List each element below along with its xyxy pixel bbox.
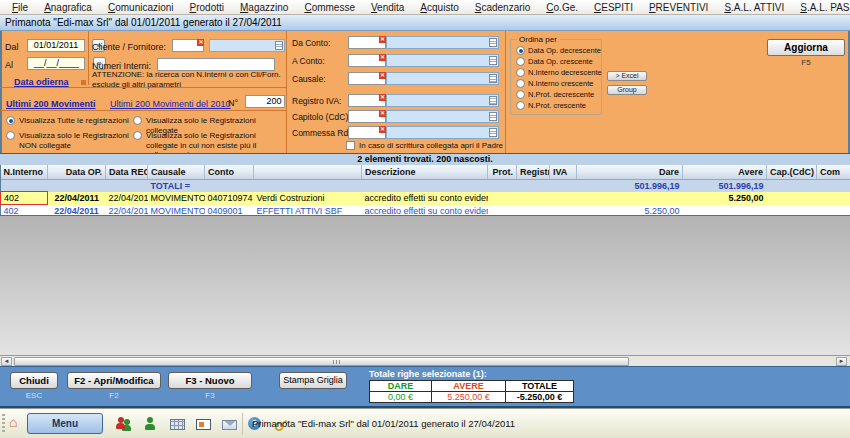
col-header-commessa[interactable]: Com: [817, 165, 850, 179]
col-header-data-op[interactable]: Data OP.: [48, 165, 106, 179]
col-header-causale[interactable]: Causale: [148, 165, 205, 179]
radio-icon[interactable]: [133, 116, 142, 125]
da-conto-input[interactable]: ✕: [348, 36, 386, 49]
aggiorna-button[interactable]: Aggiorna: [767, 39, 845, 56]
radio-icon[interactable]: [6, 116, 15, 125]
date-from-input[interactable]: 01/01/2011: [27, 39, 85, 52]
lookup-icon[interactable]: [489, 112, 497, 121]
lookup-icon[interactable]: [489, 38, 497, 47]
client-lookup-field[interactable]: [209, 39, 285, 52]
cell-cap-cdc[interactable]: [767, 192, 817, 205]
radio-icon[interactable]: [6, 131, 15, 140]
commessa-rdo-lookup[interactable]: [386, 126, 499, 139]
cell-n-interno[interactable]: 402: [1, 192, 48, 205]
radio-label[interactable]: N.Interno decrescente: [528, 68, 602, 77]
radio-icon[interactable]: [516, 68, 525, 77]
col-header-avere[interactable]: Avere: [683, 165, 767, 179]
menu-button[interactable]: Menu: [27, 413, 103, 434]
cell-causale[interactable]: MOVIMENTO G...: [148, 192, 205, 205]
clear-icon[interactable]: ✕: [379, 110, 386, 117]
today-link[interactable]: Data odierna: [14, 77, 69, 87]
open-parent-checkbox-label[interactable]: In caso di scrittura collegata apri il P…: [359, 141, 503, 150]
mail-icon[interactable]: [222, 420, 237, 430]
radio-label[interactable]: Visualizza Tutte le registrazioni: [19, 116, 129, 126]
radio-view-all[interactable]: Visualizza Tutte le registrazioni: [6, 116, 132, 126]
home-icon[interactable]: ⌂: [9, 414, 17, 430]
radio-label[interactable]: N.Prot. decrescente: [528, 90, 594, 99]
menu-item-preventivi[interactable]: PREVENTIVI: [641, 2, 716, 13]
user-icon[interactable]: [143, 416, 159, 431]
registro-iva-input[interactable]: ✕: [348, 94, 386, 107]
clear-icon[interactable]: ✕: [379, 94, 386, 101]
count-input[interactable]: 200: [245, 95, 285, 108]
date-to-input[interactable]: __/__/____: [27, 57, 85, 70]
col-header-cap-cdc[interactable]: Cap.(CdC): [767, 165, 817, 179]
commessa-rdo-input[interactable]: ✕: [348, 126, 386, 139]
radio-sort-ninterno-asc[interactable]: N.Interno crescente: [516, 79, 593, 88]
radio-icon[interactable]: [516, 90, 525, 99]
capitolo-cdc-input[interactable]: ✕: [348, 110, 386, 123]
a-conto-lookup[interactable]: [386, 54, 499, 67]
excel-button[interactable]: > Excel: [607, 71, 647, 81]
clear-icon[interactable]: ✕: [379, 36, 386, 43]
causale-input[interactable]: ✕: [348, 72, 386, 85]
cell-descrizione[interactable]: accredito effetti su conto evidenza: [362, 192, 488, 205]
menu-item-anagrafica[interactable]: Anagrafica: [36, 2, 100, 13]
radio-sort-ninterno-desc[interactable]: N.Interno decrescente: [516, 68, 602, 77]
lookup-icon[interactable]: [489, 128, 497, 137]
scrollbar-thumb[interactable]: [14, 357, 629, 366]
cell-iva[interactable]: [550, 192, 577, 205]
menu-item-file[interactable]: File: [4, 2, 36, 13]
menu-item-cespiti[interactable]: CESPITI: [586, 2, 641, 13]
col-header-conto-descrizione[interactable]: [254, 165, 362, 179]
lookup-icon[interactable]: [489, 96, 497, 105]
menu-item-vendita[interactable]: Vendita: [363, 2, 412, 13]
menu-item-prodotti[interactable]: Prodotti: [182, 2, 232, 13]
menu-item-scadenzario[interactable]: Scadenzario: [467, 2, 539, 13]
open-parent-checkbox[interactable]: [346, 141, 355, 150]
cell-conto-descrizione[interactable]: Verdi Costruzioni: [254, 192, 362, 205]
da-conto-lookup[interactable]: [386, 36, 499, 49]
col-header-conto[interactable]: Conto: [205, 165, 254, 179]
scroll-left-arrow[interactable]: ◄: [1, 357, 12, 366]
radio-icon[interactable]: [516, 101, 525, 110]
cell-prot[interactable]: [488, 192, 517, 205]
radio-sort-dataop-asc[interactable]: Data Op. crescente: [516, 57, 593, 66]
radio-view-not-linked[interactable]: Visualizza solo le Registrazioni NON col…: [6, 131, 132, 150]
menu-item-sal-passivi[interactable]: S.A.L. PASSIVI: [792, 2, 850, 13]
radio-sort-nprot-asc[interactable]: N.Prot. crescente: [516, 101, 586, 110]
horizontal-scrollbar[interactable]: ◄ ►: [0, 355, 850, 366]
col-header-registro[interactable]: Registro: [517, 165, 550, 179]
scroll-right-arrow[interactable]: ►: [836, 357, 847, 366]
capitolo-cdc-lookup[interactable]: [386, 110, 499, 123]
radio-label[interactable]: N.Prot. crescente: [528, 101, 586, 110]
registro-iva-lookup[interactable]: [386, 94, 499, 107]
lookup-icon[interactable]: [489, 56, 497, 65]
lookup-icon[interactable]: [489, 74, 497, 83]
menu-item-sal-attivi[interactable]: S.A.L. ATTIVI: [716, 2, 792, 13]
taskbar-grip[interactable]: [2, 414, 5, 434]
col-header-dare[interactable]: Dare: [577, 165, 683, 179]
cell-dare[interactable]: [577, 192, 683, 205]
chiudi-button[interactable]: Chiudi: [10, 372, 58, 389]
menu-item-comunicazioni[interactable]: Comunicazioni: [100, 2, 182, 13]
cell-data-op[interactable]: 22/04/2011: [48, 192, 106, 205]
clear-icon[interactable]: ✕: [379, 126, 386, 133]
cell-avere[interactable]: 5.250,00: [683, 192, 767, 205]
radio-icon[interactable]: [516, 57, 525, 66]
col-header-prot[interactable]: Prot.: [488, 165, 517, 179]
monitor-icon[interactable]: [196, 419, 211, 430]
cell-data-reg[interactable]: 22/04/2011: [106, 192, 148, 205]
radio-label[interactable]: Data Op. decrescente: [528, 46, 601, 55]
menu-item-magazzino[interactable]: Magazzino: [232, 2, 296, 13]
nuovo-button[interactable]: F3 - Nuovo: [168, 372, 252, 389]
clear-icon[interactable]: ✕: [379, 72, 386, 79]
stampa-griglia-button[interactable]: Stampa Griglia: [279, 372, 347, 389]
col-header-data-reg[interactable]: Data REG.: [106, 165, 148, 179]
radio-sort-nprot-desc[interactable]: N.Prot. decrescente: [516, 90, 594, 99]
radio-label[interactable]: Data Op. crescente: [528, 57, 593, 66]
menu-item-coge[interactable]: Co.Ge.: [538, 2, 586, 13]
last-200-movements-link[interactable]: Ultimi 200 Movimenti: [6, 99, 96, 109]
menu-item-commesse[interactable]: Commesse: [296, 2, 363, 13]
radio-label[interactable]: Visualizza solo le Registrazioni NON col…: [19, 131, 132, 150]
